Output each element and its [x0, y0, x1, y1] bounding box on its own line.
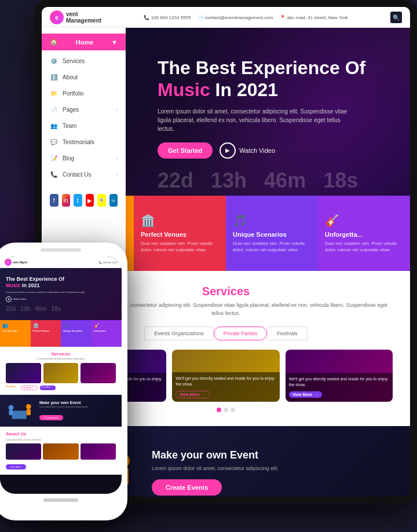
- sidebar-item-testimonials[interactable]: 💬 Testimonials: [42, 134, 126, 150]
- snapchat-icon[interactable]: 👻: [97, 194, 106, 207]
- phone-about-desc: Lorem ipsum dolor sit amet consectetur.: [6, 439, 116, 441]
- sidebar-item-team[interactable]: 👥 Team: [42, 118, 126, 134]
- phone-service-images: [6, 363, 116, 383]
- team-label: Team: [63, 123, 76, 129]
- phone-event-section: Make your own Event Lorem ipsum dolor si…: [0, 395, 122, 427]
- hero-description: Lorem ipsum dolor sit amet, consectetur …: [158, 107, 354, 133]
- phone-hero: The Best Experience Of Music In 2021 Lor…: [0, 268, 122, 320]
- event-description: Lorem ipsum dolor sit amet, consectetur …: [152, 465, 393, 473]
- phone-btn-2[interactable]: View More →: [21, 386, 38, 390]
- phone-event-illustration: [6, 398, 35, 424]
- tablet-logo: e ventManagement: [50, 10, 101, 24]
- pages-icon: 📄: [50, 105, 58, 113]
- sidebar-item-contact[interactable]: 📞 Contact Us ›: [42, 166, 126, 182]
- phone-logo-text: vent Mgmt: [13, 261, 27, 264]
- blog-arrow: ›: [116, 156, 118, 161]
- phone-sc-unforgettable-icon: 🎸: [94, 323, 120, 328]
- phone-about-images: [6, 443, 116, 460]
- sidebar-item-about[interactable]: ℹ️ About: [42, 69, 126, 85]
- dot-3[interactable]: [231, 408, 235, 412]
- countdown-hours: 13h: [211, 170, 247, 191]
- contact-icon: 📞: [50, 170, 58, 178]
- service-image-3: We'll get you directly seated and inside…: [286, 350, 393, 402]
- create-events-button[interactable]: Create Events: [152, 479, 222, 496]
- services-icon: ⚙️: [50, 57, 58, 65]
- phone-hero-title: The Best Experience Of Music In 2021: [6, 276, 116, 289]
- portfolio-icon: 📁: [50, 89, 58, 97]
- home-arrow: ▼: [111, 39, 118, 46]
- sidebar-item-portfolio[interactable]: 📁 Portfolio: [42, 85, 126, 101]
- blog-label: Blog: [63, 155, 74, 162]
- instagram-icon[interactable]: in: [62, 194, 71, 207]
- scenarios-card-icon: 🎵: [233, 214, 311, 228]
- phone-about-img-3: [81, 443, 116, 460]
- twitter-icon[interactable]: t: [74, 194, 82, 207]
- logo-icon: e: [50, 10, 64, 24]
- phone-cd-minutes: 46m: [35, 306, 46, 312]
- home-icon: 🏠: [50, 38, 58, 46]
- phone-play-icon: ▶: [6, 296, 12, 302]
- dot-2[interactable]: [224, 408, 228, 412]
- linkedin-icon[interactable]: in: [109, 194, 118, 207]
- contact-arrow: ›: [116, 172, 118, 177]
- contact-label: Contact Us: [63, 171, 91, 178]
- about-label: About: [63, 74, 78, 80]
- testimonials-icon: 💬: [50, 138, 58, 146]
- unforgettable-card-icon: 🎸: [325, 214, 403, 228]
- phone-simg-2: [43, 363, 79, 383]
- play-icon: ▶: [220, 142, 236, 159]
- phone-about-img-2: [43, 443, 78, 460]
- phone-screen: e vent Mgmt 📞 100 800 1234 The Best Expe…: [0, 256, 122, 494]
- phone-cd-days: 22d: [6, 306, 16, 312]
- phone-contact: 📞 100 800 1234: [99, 261, 117, 264]
- service-card-unforgettable: 🎸 Unforgetta... Duis nec sodales nim. Pr…: [318, 196, 410, 271]
- sidebar-item-blog[interactable]: 📝 Blog ›: [42, 150, 126, 166]
- phone-services-section: Services Lorem ipsum dolor sit amet cons…: [0, 347, 122, 395]
- phone-btn-1[interactable]: View More →: [6, 386, 19, 390]
- phone-info: 📞 100 800 1234 5555: [144, 15, 191, 20]
- portfolio-label: Portfolio: [63, 90, 84, 97]
- countdown-seconds: 18s: [323, 170, 358, 191]
- service-image-2: We'll get you directly seated and inside…: [172, 350, 279, 402]
- countdown-days: 22d: [158, 170, 193, 191]
- phone-home-indicator: [43, 498, 78, 502]
- contact-info: 📞 100 800 1234 5555 ✉️ contact@eventmana…: [144, 15, 348, 20]
- facebook-icon[interactable]: f: [50, 194, 58, 207]
- phone-sc-scenarios-icon: 🎵: [63, 323, 89, 328]
- phone-watch-button[interactable]: ▶ Watch Video: [6, 296, 116, 302]
- sidebar-item-services[interactable]: ⚙️ Services: [42, 53, 126, 69]
- service-card-venues: 🏛️ Perfect Venues Duis nec sodales nim. …: [134, 196, 226, 271]
- phone-event-desc: Lorem ipsum dolor sit amet consectetur a…: [39, 406, 88, 408]
- phone-sc-team: 👥 Friendly Team: [0, 320, 31, 347]
- countdown: 22d 13h 46m 18s: [158, 170, 378, 191]
- phone-logo: e vent Mgmt: [5, 259, 27, 266]
- logo-text: ventManagement: [66, 11, 101, 24]
- hero-title: The Best Experience Of Music In 2021: [158, 57, 378, 101]
- phone-view-btns: View More → View More → View More →: [6, 386, 116, 390]
- sidebar-item-pages[interactable]: 📄 Pages ›: [42, 101, 126, 118]
- tab-events-org[interactable]: Events Organizations: [144, 326, 214, 340]
- event-title: Make your own Event: [152, 449, 393, 461]
- tablet-header: e ventManagement 📞 100 800 1234 5555 ✉️ …: [42, 7, 410, 28]
- phone-view-more-button[interactable]: View More: [6, 464, 26, 469]
- team-icon: 👥: [50, 122, 58, 130]
- phone-about-section: About Us Lorem ipsum dolor sit amet cons…: [0, 427, 122, 475]
- youtube-icon[interactable]: ▶: [86, 194, 94, 207]
- dot-1[interactable]: [217, 408, 221, 412]
- tab-private-parties[interactable]: Private Parties: [214, 326, 268, 340]
- phone-create-button[interactable]: Create Events: [39, 415, 63, 420]
- get-started-button[interactable]: Get Started: [158, 142, 213, 159]
- watch-video-button[interactable]: ▶ Watch Video: [220, 142, 275, 159]
- pages-label: Pages: [63, 107, 79, 113]
- blog-icon: 📝: [50, 154, 58, 162]
- sidebar-home-button[interactable]: 🏠 Home ▼: [42, 34, 126, 50]
- phone-service-cards: 👥 Friendly Team 🏛️ Perfect Venues 🎵 Uniq…: [0, 320, 122, 347]
- view-more-button-2[interactable]: View More →: [175, 391, 210, 398]
- phone-btn-3[interactable]: View More →: [40, 386, 56, 390]
- tab-festivals[interactable]: Festivals: [267, 326, 308, 340]
- phone-sc-venues: 🏛️ Perfect Venues: [31, 320, 61, 347]
- email-info: ✉️ contact@eventmanagement.com: [198, 15, 273, 20]
- view-more-button-3[interactable]: View More →: [289, 391, 323, 398]
- search-button[interactable]: 🔍: [390, 12, 402, 23]
- service-card-scenarios: 🎵 Unique Scenarios Duis nec sodales nim.…: [226, 196, 318, 271]
